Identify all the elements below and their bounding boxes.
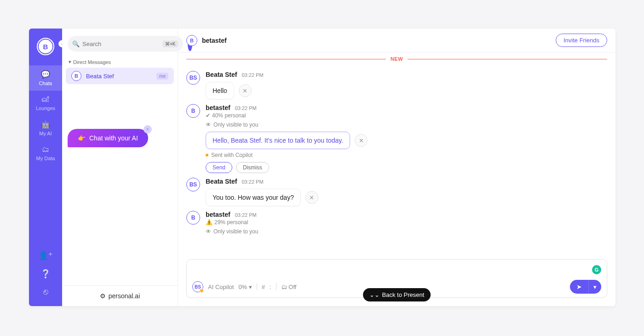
send-suggestion-button[interactable]: Send [206,162,232,173]
copilot-avatar[interactable]: BS [192,281,203,292]
nav-rail: ‹ B 💬 Chats 🛋 Lounges 🤖 My AI 🗂 My Data … [29,29,62,306]
status-dot-icon [206,154,208,156]
sent-with-copilot: Sent with Copilot [206,152,607,158]
nav-item-chats[interactable]: 💬 Chats [29,65,62,91]
main-pane: B betastef Invite Friends NEW BS Beata S… [178,29,615,306]
new-label: NEW [386,56,408,62]
sidebar-footer: ⚙︎ personal.ai [62,285,178,306]
sidebar-top: 🔍 ⌘+K + [62,29,178,59]
lounges-icon: 🛋 [42,95,49,104]
chat-avatar: B [186,35,197,46]
chats-icon: 💬 [41,70,50,79]
invite-friends-button[interactable]: Invite Friends [556,34,607,47]
me-badge: me [156,73,168,80]
nav-label: My Data [36,156,55,161]
message: B betastef 03:22 PM ✔ 40% personal 👁 Onl… [186,104,607,173]
dismiss-ai-pill-button[interactable]: × [144,125,152,133]
add-person-icon[interactable]: 👤⁺ [38,250,53,261]
grammarly-icon[interactable]: G [592,265,601,274]
nav-label: Chats [39,81,52,86]
help-icon[interactable]: ❔ [40,269,51,279]
react-button[interactable]: ✕ [239,84,252,97]
dm-name: Beata Stef [86,73,152,80]
visibility-note: 👁 Only visible to you [206,122,607,128]
direct-messages-header[interactable]: ▾ Direct Messages [62,59,178,68]
hash-button[interactable]: # [262,284,265,290]
warning-icon: ⚠️ [206,219,213,226]
chevrons-down-icon: ⌄⌄ [369,291,380,298]
copilot-label[interactable]: AI Copilot [208,284,234,290]
section-label: Direct Messages [73,59,111,65]
message: BS Beata Stef 03:22 PM You too. How was … [186,178,607,206]
ai-icon: 🤖 [41,120,50,129]
message-author: Beata Stef [206,178,237,185]
nav-item-my-ai[interactable]: 🤖 My AI [29,116,62,141]
message-avatar: BS [186,71,200,85]
chat-header: B betastef Invite Friends [178,29,615,52]
nav-item-my-data[interactable]: 🗂 My Data [29,141,62,166]
caret-down-icon: ▾ [69,59,71,65]
copilot-percent[interactable]: 0% ▾ [238,284,252,290]
ai-pill-wrap: 👉 Chat with your AI × [68,129,148,147]
send-button[interactable]: ➤ [570,280,588,294]
message-bubble: Hello [206,82,234,99]
app-window: ‹ B 💬 Chats 🛋 Lounges 🤖 My AI 🗂 My Data … [29,29,615,306]
message-author: Beata Stef [206,71,237,78]
message-author: betastef [206,211,230,218]
composer-input[interactable] [192,264,601,273]
message-bubble: You too. How was your day? [206,189,301,206]
message: B betastef 03:22 PM ⚠️ 29% personal 👁 On… [186,211,607,235]
personal-score: ⚠️ 29% personal [206,219,607,226]
message-avatar: B [186,104,200,118]
pointing-hand-icon: 👉 [78,134,86,142]
sidebar: 🔍 ⌘+K + ▾ Direct Messages B Beata Stef m… [62,29,178,306]
message: BS Beata Stef 03:22 PM Hello ✕ [186,71,607,99]
verified-icon: ✔ [206,112,210,119]
message-time: 03:22 PM [242,72,263,78]
send-options-button[interactable]: ▾ [588,280,601,294]
eye-icon: 👁 [206,228,211,235]
message-time: 03:22 PM [235,212,257,218]
search-box[interactable]: 🔍 ⌘+K [68,36,183,52]
dm-item-beata-stef[interactable]: B Beata Stef me [66,68,174,84]
message-author: betastef [206,104,230,111]
brand-icon: ⚙︎ [100,292,106,300]
message-avatar: B [186,211,200,225]
message-time: 03:22 PM [235,105,257,111]
nav-label: My AI [39,131,52,136]
logout-icon[interactable]: ⎋ [43,287,48,297]
data-icon: 🗂 [42,145,49,154]
chat-title: betastef [202,37,227,44]
emoji-button[interactable]: : [270,284,271,290]
back-to-present-button[interactable]: ⌄⌄ Back to Present [363,288,431,301]
react-button[interactable]: ✕ [355,134,368,147]
personal-score: ✔ 40% personal [206,112,607,119]
visibility-note: 👁 Only visible to you [206,228,607,235]
new-divider: NEW [186,56,607,62]
nav-label: Lounges [36,105,55,111]
nav-bottom: 👤⁺ ❔ ⎋ [29,250,62,306]
search-input[interactable] [82,41,160,47]
ai-message-bubble: Hello, Beata Stef. It's nice to talk to … [206,132,350,149]
ai-pill-label: Chat with your AI [89,134,138,142]
chat-with-ai-button[interactable]: 👉 Chat with your AI × [68,129,148,147]
stack-toggle[interactable]: 🗂 Off [281,284,297,290]
message-avatar: BS [186,178,200,191]
shortcut-hint: ⌘+K [162,41,178,47]
search-icon: 🔍 [72,41,80,47]
nav-item-lounges[interactable]: 🛋 Lounges [29,91,62,116]
brand-label: personal.ai [109,292,140,300]
eye-icon: 👁 [206,122,211,128]
message-time: 03:22 PM [242,179,263,185]
user-avatar[interactable]: B [37,38,54,55]
dm-avatar: B [71,71,81,81]
dismiss-suggestion-button[interactable]: Dismiss [236,162,269,173]
message-thread[interactable]: BS Beata Stef 03:22 PM Hello ✕ B [178,64,615,259]
react-button[interactable]: ✕ [305,191,318,204]
